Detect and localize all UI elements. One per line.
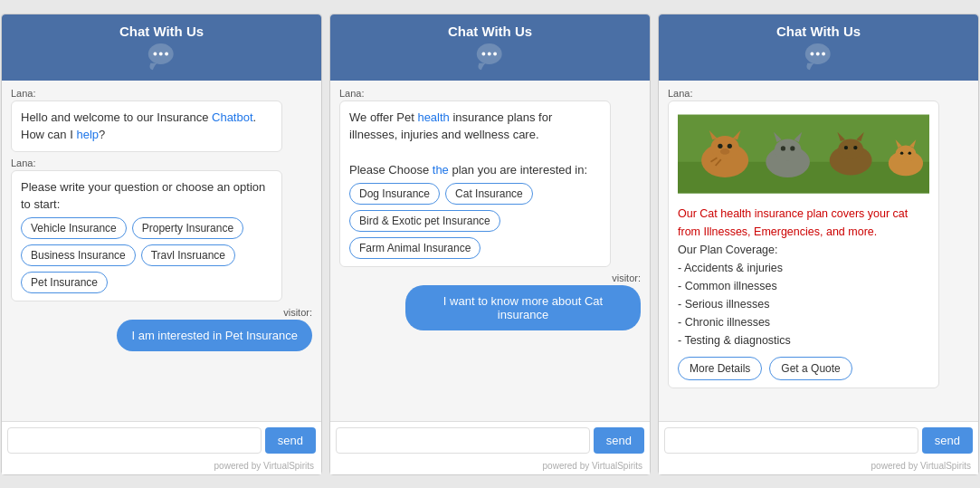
- powered-by-2: powered by VirtualSpirits: [330, 459, 650, 474]
- option-farm-animal[interactable]: Farm Animal Insurance: [349, 237, 480, 259]
- chat-body-2: Lana: We offer Pet health insurance plan…: [330, 81, 650, 421]
- header-title-2: Chat With Us: [448, 24, 532, 39]
- sender-lana-3a: Lana:: [668, 88, 969, 99]
- chat-bubble-icon-3: [802, 41, 836, 73]
- chat-footer-2: send: [330, 421, 650, 459]
- bot-message-1a: Lana: Hello and welcome to our Insurance…: [11, 88, 312, 152]
- header-title-3: Chat With Us: [776, 24, 861, 39]
- chat-bubble-icon-2: [473, 41, 508, 73]
- message-bubble-1b: Please write your question or choose an …: [11, 170, 282, 301]
- message-bubble-1a: Hello and welcome to our Insurance Chatb…: [11, 100, 282, 152]
- svg-point-9: [810, 52, 813, 55]
- header-title-1: Chat With Us: [119, 24, 204, 39]
- svg-point-11: [822, 52, 825, 55]
- option-cat-insurance[interactable]: Cat Insurance: [445, 183, 533, 205]
- bot-message-3a: Lana:: [668, 88, 969, 388]
- sender-lana-2a: Lana:: [339, 88, 641, 99]
- coverage-text: Our Cat health insurance plan covers you…: [678, 205, 929, 349]
- visitor-message-group-2: visitor: I want to know more about Cat i…: [405, 273, 641, 330]
- chat-body-3: Lana:: [659, 81, 978, 421]
- chat-footer-1: send: [2, 421, 321, 459]
- bot-message-2a: Lana: We offer Pet health insurance plan…: [339, 88, 641, 267]
- visitor-message-group-1: visitor: I am interested in Pet Insuranc…: [117, 307, 312, 351]
- svg-point-6: [487, 52, 490, 55]
- svg-rect-41: [678, 114, 929, 193]
- chat-input-2[interactable]: [336, 427, 590, 454]
- visitor-bubble-2: I want to know more about Cat insurance: [405, 285, 641, 330]
- bot-message-1b: Lana: Please write your question or choo…: [11, 158, 312, 301]
- option-buttons-1: Vehicle Insurance Property Insurance Bus…: [21, 217, 272, 293]
- powered-by-1: powered by VirtualSpirits: [2, 459, 321, 474]
- svg-point-3: [165, 52, 168, 55]
- send-button-2[interactable]: send: [594, 427, 644, 454]
- chat-header-3: Chat With Us: [659, 14, 978, 81]
- visitor-label-2: visitor:: [405, 273, 641, 283]
- option-property-insurance[interactable]: Property Insurance: [132, 217, 243, 239]
- chat-input-3[interactable]: [664, 427, 918, 454]
- send-button-1[interactable]: send: [265, 427, 316, 454]
- chat-widget-1: Chat With Us Lana: Hello and welcome to …: [1, 14, 322, 475]
- svg-point-1: [153, 52, 157, 55]
- chat-header-2: Chat With Us: [330, 14, 650, 81]
- get-quote-button[interactable]: Get a Quote: [769, 357, 852, 380]
- powered-by-3: powered by VirtualSpirits: [659, 459, 978, 474]
- cat-image: [678, 109, 929, 199]
- cat-image-svg: [678, 109, 929, 199]
- action-buttons-3: More Details Get a Quote: [678, 357, 929, 380]
- svg-point-7: [493, 52, 497, 55]
- svg-point-2: [158, 52, 162, 55]
- option-vehicle-insurance[interactable]: Vehicle Insurance: [21, 217, 127, 239]
- option-buttons-2: Dog Insurance Cat Insurance Bird & Exoti…: [349, 183, 601, 259]
- chat-footer-3: send: [659, 421, 978, 459]
- chat-widget-2: Chat With Us Lana: We offer Pet health i…: [329, 14, 651, 475]
- chat-input-1[interactable]: [7, 427, 262, 454]
- chat-widget-3: Chat With Us Lana:: [658, 14, 979, 475]
- message-bubble-2a: We offer Pet health insurance plans for …: [339, 100, 611, 267]
- message-bubble-3a: Our Cat health insurance plan covers you…: [668, 100, 939, 388]
- visitor-bubble-1: I am interested in Pet Insurance: [117, 320, 312, 351]
- more-details-button[interactable]: More Details: [678, 357, 762, 380]
- send-button-3[interactable]: send: [922, 427, 973, 454]
- svg-point-5: [481, 52, 485, 55]
- option-dog-insurance[interactable]: Dog Insurance: [349, 183, 440, 205]
- visitor-label-1: visitor:: [117, 307, 312, 318]
- option-pet-insurance[interactable]: Pet Insurance: [21, 272, 108, 293]
- chat-body-1: Lana: Hello and welcome to our Insurance…: [2, 81, 321, 421]
- option-travl-insruance[interactable]: Travl Insruance: [141, 244, 235, 266]
- option-bird-exotic[interactable]: Bird & Exotic pet Insurance: [349, 210, 500, 232]
- chat-bubble-icon-1: [145, 41, 179, 73]
- sender-lana-1a: Lana:: [11, 88, 312, 99]
- svg-point-10: [815, 52, 819, 55]
- sender-lana-1b: Lana:: [11, 158, 312, 168]
- chat-header-1: Chat With Us: [2, 14, 321, 81]
- option-business-insurance[interactable]: Business Insurance: [21, 244, 136, 266]
